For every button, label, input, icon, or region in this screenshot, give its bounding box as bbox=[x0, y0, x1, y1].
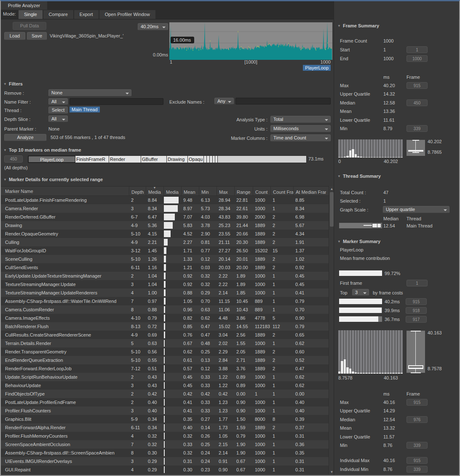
table-row[interactable]: Profiler.FlushCounters30.400.410.331.230… bbox=[1, 406, 329, 415]
table-row[interactable]: Assembly-CSharp-firstpass.dll!::ScreenSp… bbox=[1, 449, 329, 457]
table-row[interactable]: RenderDeferred.GBuffer6-76.477.074.0343.… bbox=[1, 213, 329, 221]
frame-jump-badge[interactable]: 339 bbox=[407, 442, 428, 449]
top-n-dropdown[interactable]: 3 bbox=[352, 289, 369, 296]
column-header[interactable]: Count bbox=[253, 187, 270, 196]
marker-summary-header[interactable]: ▼Marker Summary bbox=[337, 239, 380, 244]
table-row[interactable]: TextureStreamingManager.Update31.040.920… bbox=[1, 280, 329, 289]
top10-segment[interactable]: Drawing bbox=[167, 156, 188, 163]
remove-dropdown[interactable]: None bbox=[48, 89, 131, 96]
table-row[interactable]: Render.OpaqueGeometry5-104.154.522.9023.… bbox=[1, 230, 329, 238]
mode-compare[interactable]: Compare bbox=[43, 10, 73, 19]
frame-jump-badge[interactable]: 915 bbox=[406, 298, 427, 305]
graph-scale-dropdown[interactable]: Upper quartile bbox=[383, 206, 449, 213]
table-row[interactable]: Camera.Render38.348.975.7328.3422.611000… bbox=[1, 204, 329, 213]
table-row[interactable]: Drawing4-95.365.833.7825.2321.44188925.6… bbox=[1, 221, 329, 230]
tab-profile-analyzer[interactable]: Profile Analyzer bbox=[1, 1, 47, 10]
analysis-type-dropdown[interactable]: Total bbox=[270, 116, 331, 123]
load-button[interactable]: Load bbox=[4, 32, 25, 40]
column-header[interactable]: At Median Frame bbox=[293, 187, 326, 196]
table-row[interactable]: Camera.CustomRender80.880.960.6311.0610.… bbox=[1, 305, 329, 314]
table-row[interactable]: EarlyUpdate.UpdateTextureStreamingManage… bbox=[1, 272, 329, 280]
table-row[interactable]: Culling4-92.212.270.8121.1120.30188921.9… bbox=[1, 238, 329, 246]
column-header[interactable]: Min bbox=[199, 187, 217, 196]
column-header[interactable]: Media bbox=[163, 187, 181, 196]
table-row[interactable]: UIEvents.IMGUIRenderOverlays30.290.310.2… bbox=[1, 457, 329, 465]
frame-jump-badge[interactable]: 976 bbox=[407, 416, 428, 423]
exclude-mode-dropdown[interactable]: Any bbox=[214, 98, 234, 104]
graph-scale-dropdown[interactable]: 40.20ms bbox=[138, 23, 168, 30]
column-header[interactable]: Max bbox=[217, 187, 234, 196]
table-row[interactable]: FindObjectsOfType20.420.420.420.420.0011… bbox=[1, 390, 329, 398]
marker-histogram[interactable] bbox=[338, 330, 403, 374]
exclude-names-input[interactable] bbox=[235, 98, 331, 104]
column-header[interactable]: Marker Name bbox=[1, 187, 129, 196]
table-row[interactable]: RenderForwardAlpha.Render6-110.340.400.1… bbox=[1, 423, 329, 432]
top10-segment[interactable]: Render bbox=[109, 156, 141, 163]
top10-segment[interactable]: FinishFrameR bbox=[75, 156, 109, 163]
thread-select-button[interactable]: Select bbox=[48, 107, 68, 114]
top10-segment[interactable] bbox=[207, 156, 210, 163]
depth-slice-dropdown[interactable]: All bbox=[48, 115, 68, 122]
frame-jump-badge[interactable]: 339 bbox=[407, 466, 428, 473]
table-row[interactable]: BehaviourUpdate30.430.450.331.220.891000… bbox=[1, 381, 329, 390]
name-filter-input[interactable] bbox=[70, 98, 163, 105]
median-frame-badge[interactable]: 450 bbox=[4, 155, 23, 163]
table-row[interactable]: GUI.Repaint40.290.300.230.900.67100010.3… bbox=[1, 465, 329, 474]
column-header[interactable]: Range bbox=[234, 187, 253, 196]
frame-jump-badge[interactable]: 915 bbox=[407, 399, 428, 406]
top10-segment[interactable] bbox=[204, 156, 207, 163]
marker-columns-dropdown[interactable]: Time and Count bbox=[270, 134, 331, 142]
table-row[interactable]: Render.TransparentGeometry5-100.560.620.… bbox=[1, 348, 329, 356]
mode-export[interactable]: Export bbox=[74, 10, 99, 19]
frame-jump-badge[interactable]: 339 bbox=[407, 125, 428, 132]
filters-header[interactable]: ▼Filters bbox=[3, 81, 23, 86]
table-row[interactable]: Update.ScriptRunBehaviourUpdate20.430.45… bbox=[1, 373, 329, 381]
frame-jump-badge[interactable]: 915 bbox=[407, 82, 428, 89]
top10-segment[interactable] bbox=[210, 156, 213, 163]
frame-jump-badge[interactable]: 1 bbox=[407, 46, 428, 53]
frame-summary-header[interactable]: ▼Frame Summary bbox=[337, 23, 379, 28]
units-dropdown[interactable]: Milliseconds bbox=[270, 125, 331, 132]
table-row[interactable]: WaitForJobGroupID3-121.451.710.7727.2726… bbox=[1, 246, 329, 255]
table-row[interactable]: PostLateUpdate.ProfilerEndFrame20.400.41… bbox=[1, 398, 329, 406]
table-row[interactable]: CullSendEvents6-111.161.210.0320.0320.00… bbox=[1, 263, 329, 272]
save-button[interactable]: Save bbox=[27, 32, 47, 40]
table-row[interactable]: RenderForward.RenderLoopJob7-120.510.570… bbox=[1, 364, 329, 373]
frame-jump-badge[interactable]: 1000 bbox=[407, 55, 428, 62]
frame-jump-badge[interactable]: 918 bbox=[406, 307, 427, 314]
column-header[interactable]: Count Frame bbox=[270, 187, 293, 196]
first-frame-badge[interactable]: 1 bbox=[407, 280, 428, 286]
frame-jump-badge[interactable]: 917 bbox=[406, 316, 427, 323]
thread-range-bar[interactable] bbox=[339, 223, 382, 228]
frame-jump-badge[interactable]: 450 bbox=[407, 99, 428, 106]
table-row[interactable]: SceneCulling5-101.261.330.1220.1420.0118… bbox=[1, 255, 329, 263]
thread-summary-header[interactable]: ▼Thread Summary bbox=[337, 174, 381, 179]
top10-segment[interactable]: Opaqu bbox=[188, 156, 204, 163]
table-row[interactable]: TextureStreamingManager.UpdateRenderers4… bbox=[1, 289, 329, 297]
scrollbar-thumb[interactable] bbox=[330, 192, 334, 227]
frame-jump-badge[interactable]: 915 bbox=[407, 457, 428, 464]
table-row[interactable]: PostLateUpdate.FinishFrameRendering28.84… bbox=[1, 196, 329, 204]
selected-marker-chip[interactable]: PlayerLoop bbox=[303, 65, 331, 71]
thread-name[interactable]: Main Thread bbox=[407, 223, 433, 228]
marker-details-header[interactable]: ▼Marker Details for currently selected r… bbox=[3, 177, 103, 182]
table-row[interactable]: Camera.ImageEffects4-100.790.820.624.483… bbox=[1, 314, 329, 322]
top10-header[interactable]: ▼Top 10 markers on median frame bbox=[3, 147, 81, 152]
table-row[interactable]: Terrain.Details.Render50.630.670.482.021… bbox=[1, 339, 329, 348]
table-row[interactable]: Assembly-CSharp-firstpass.dll!::WaterTil… bbox=[1, 297, 329, 305]
pull-data-button[interactable]: Pull Data bbox=[13, 22, 46, 30]
column-header[interactable]: Mean bbox=[181, 187, 199, 196]
mode-single[interactable]: Single bbox=[19, 10, 43, 19]
table-row[interactable]: Graphics.Blit5-90.340.350.271.771.508000… bbox=[1, 415, 329, 423]
mode-open-profiler-window[interactable]: Open Profiler Window bbox=[99, 10, 155, 19]
table-row[interactable]: BatchRenderer.Flush8-130.720.850.4715.02… bbox=[1, 322, 329, 331]
frame-histogram[interactable] bbox=[338, 139, 403, 158]
top10-segment[interactable]: PlayerLoop bbox=[28, 156, 75, 163]
table-row[interactable]: CullResults.CreateSharedRendererScene4-9… bbox=[1, 331, 329, 339]
thread-selection-chip[interactable]: Main Thread bbox=[70, 107, 100, 112]
analyze-button[interactable]: Analyze bbox=[4, 134, 46, 141]
table-row[interactable]: Profiler.FlushMemoryCounters40.320.320.2… bbox=[1, 432, 329, 440]
name-filter-mode-dropdown[interactable]: All bbox=[48, 98, 68, 105]
column-header[interactable]: ▼Media bbox=[146, 187, 163, 196]
column-header[interactable]: Depth bbox=[129, 187, 146, 196]
